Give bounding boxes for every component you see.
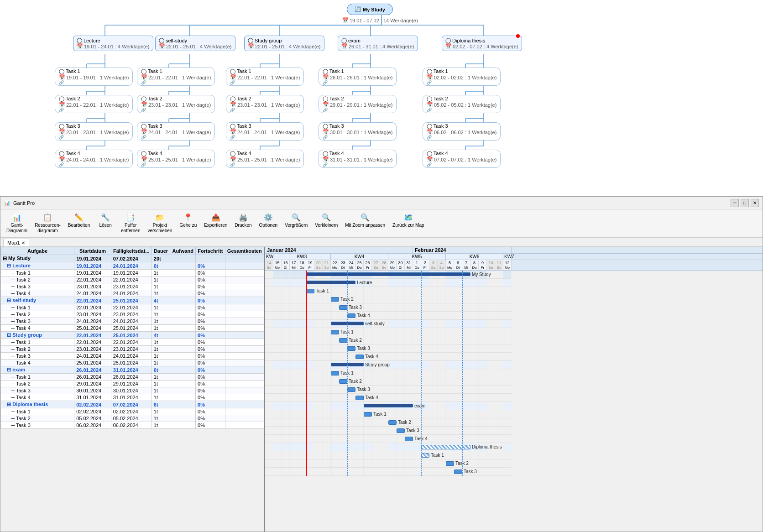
diploma-task4[interactable]: ◯ Task 4 📅07.02 - 07.02 : 1 Werktag(e) 🔗	[423, 150, 501, 168]
mindmap-exam[interactable]: ◯exam 📅26.01 - 31.01 : 4 Werkta­ge(e)	[338, 36, 418, 51]
exam-task3[interactable]: ◯ Task 3 📅30.01 - 30.01 : 1 Werktag(e) 🔗	[319, 122, 397, 141]
mindmap-lecture[interactable]: ◯Lecture 📅19.01 - 24.01 : 4 Werkta­ge(e)	[73, 36, 153, 51]
diploma-task3[interactable]: ◯ Task 3 📅06.02 - 06.02 : 1 Werktag(e) 🔗	[423, 122, 501, 141]
selfstudy-task2[interactable]: ◯ Task 2 📅23.01 - 23.01 : 1 Werktag(e) 🔗	[137, 95, 215, 113]
studygroup-task2[interactable]: ◯ Task 2 📅23.01 - 23.01 : 1 Werktag(e) 🔗	[226, 95, 304, 113]
exam-task1[interactable]: ◯ Task 1 📅26.01 - 26.01 : 1 Werktag(e) 🔗	[319, 68, 397, 86]
diploma-task1[interactable]: ◯ Task 1 📅02.02 - 02.02 : 1 Werktag(e) 🔗	[423, 68, 501, 86]
lecture-task2[interactable]: ◯ Task 2 📅22.01 - 22.01 : 1 Werktag(e) 🔗	[55, 95, 133, 113]
mindmap-root[interactable]: 🔄 My Study	[347, 4, 393, 15]
mindmap-area: 🔄 My Study 📅19.01 - 07.02 : 14 Werkta­ge…	[0, 0, 763, 196]
mindmap-studygroup[interactable]: ◯Study group 📅22.01 - 25.01 : 4 Werkta­g…	[244, 36, 324, 51]
selfstudy-task3[interactable]: ◯ Task 3 📅24.01 - 24.01 : 1 Werktag(e) 🔗	[137, 122, 215, 141]
root-date: 📅19.01 - 07.02 : 14 Werkta­ge(e)	[342, 17, 418, 23]
mindmap-diploma[interactable]: ◯Diploma thesis 📅02.02 - 07.02 : 4 Werkt…	[442, 36, 522, 51]
root-icon: 🔄	[355, 6, 361, 12]
studygroup-task3[interactable]: ◯ Task 3 📅24.01 - 24.01 : 1 Werktag(e) 🔗	[226, 122, 304, 141]
exam-task2[interactable]: ◯ Task 2 📅29.01 - 29.01 : 1 Werktag(e) 🔗	[319, 95, 397, 113]
lecture-task3[interactable]: ◯ Task 3 📅23.01 - 23.01 : 1 Werktag(e) 🔗	[55, 122, 133, 141]
root-label: My Study	[363, 7, 385, 12]
selfstudy-task4[interactable]: ◯ Task 4 📅25.01 - 25.01 : 1 Werktag(e) 🔗	[137, 150, 215, 168]
mindmap-selfstudy[interactable]: ◯self-study 📅22.01 - 25.01 : 4 Werkta­ge…	[155, 36, 235, 51]
studygroup-task4[interactable]: ◯ Task 4 📅25.01 - 25.01 : 1 Werktag(e) 🔗	[226, 150, 304, 168]
selfstudy-task1[interactable]: ◯ Task 1 📅22.01 - 22.01 : 1 Werktag(e) 🔗	[137, 68, 215, 86]
diploma-task2[interactable]: ◯ Task 2 📅05.02 - 05.02 : 1 Werktag(e) 🔗	[423, 95, 501, 113]
lecture-task4[interactable]: ◯ Task 4 📅24.01 - 24.01 : 1 Werktag(e) 🔗	[55, 150, 133, 168]
exam-task4[interactable]: ◯ Task 4 📅31.01 - 31.01 : 1 Werktag(e) 🔗	[319, 150, 397, 168]
lecture-task1[interactable]: ◯ Task 1 📅19.01 - 19.01 : 1 Werktag(e) 🔗	[55, 68, 133, 86]
studygroup-task1[interactable]: ◯ Task 1 📅22.01 - 22.01 : 1 Werktag(e) 🔗	[226, 68, 304, 86]
